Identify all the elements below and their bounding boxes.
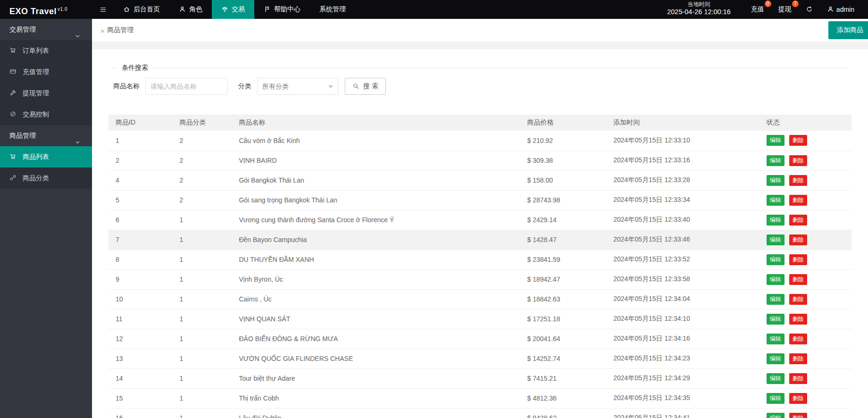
edit-button[interactable]: 编辑	[767, 215, 785, 226]
recharge-link[interactable]: 充值 0	[744, 0, 771, 19]
edit-button[interactable]: 编辑	[767, 353, 785, 364]
edit-button[interactable]: 编辑	[767, 294, 785, 305]
edit-button[interactable]: 编辑	[767, 373, 785, 384]
nav-label: 交易	[232, 5, 245, 14]
content-card: 条件搜索 商品名称 分类 所有分类 搜 索 商品ID 商品	[92, 49, 868, 418]
product-name-input[interactable]	[145, 78, 228, 95]
cell-product-id: 7	[108, 230, 172, 250]
refresh-button[interactable]	[799, 0, 820, 19]
edit-button[interactable]: 编辑	[767, 413, 785, 418]
balance-icon	[221, 6, 228, 13]
local-time-label: 当地时间	[667, 1, 731, 8]
sidebar-item-trade-control[interactable]: 交易控制	[0, 104, 92, 125]
cell-actions: 编辑删除	[760, 250, 851, 269]
sidebar-item-order-list[interactable]: 订单列表	[0, 40, 92, 61]
cell-added-time: 2024年05月15日 12:33:46	[606, 230, 759, 250]
table-row: 121ĐẢO BIỂN ĐÔNG & RỪNG MƯA$ 20041.64202…	[108, 329, 851, 349]
edit-button[interactable]: 编辑	[767, 175, 785, 186]
nav-item-trade[interactable]: 交易	[212, 0, 254, 19]
delete-button[interactable]: 删除	[789, 393, 807, 404]
search-form: 商品名称 分类 所有分类 搜 索	[108, 78, 851, 95]
cell-product-price: $ 18942.47	[520, 269, 607, 289]
add-product-button[interactable]: 添加商品	[828, 21, 868, 39]
cell-actions: 编辑删除	[760, 269, 851, 289]
nav-item-system[interactable]: 系统管理	[310, 0, 355, 19]
edit-button[interactable]: 编辑	[767, 234, 785, 245]
cell-actions: 编辑删除	[760, 210, 851, 230]
edit-button[interactable]: 编辑	[767, 254, 785, 265]
edit-button[interactable]: 编辑	[767, 334, 785, 344]
main-area: » 商品管理 添加商品 条件搜索 商品名称 分类 所有分类 搜 索	[92, 0, 868, 418]
cell-product-category: 2	[172, 131, 232, 150]
sidebar-item-product-list[interactable]: 商品列表	[0, 146, 92, 167]
sidebar-item-label: 商品分类	[23, 174, 49, 182]
cell-product-name: ĐẢO BIỂN ĐÔNG & RỪNG MƯA	[232, 329, 520, 349]
cell-added-time: 2024年05月15日 12:33:34	[606, 190, 759, 210]
delete-button[interactable]: 删除	[789, 373, 807, 384]
cell-product-price: $ 210.92	[520, 131, 607, 150]
edit-button[interactable]: 编辑	[767, 135, 785, 146]
menu-toggle-icon[interactable]	[92, 0, 114, 19]
delete-button[interactable]: 删除	[789, 353, 807, 364]
delete-button[interactable]: 删除	[789, 274, 807, 285]
user-menu[interactable]: admin	[820, 0, 861, 19]
sidebar-group-trade-management[interactable]: 交易管理	[0, 19, 92, 40]
product-table: 商品ID 商品分类 商品名称 商品价格 添加时间 状态 12Cầu vòm ở …	[108, 115, 851, 418]
delete-button[interactable]: 删除	[789, 135, 807, 146]
cell-added-time: 2024年05月15日 12:34:23	[606, 349, 759, 368]
withdraw-link[interactable]: 提现 7	[771, 0, 799, 19]
cell-product-id: 6	[108, 210, 172, 230]
product-name-label: 商品名称	[113, 82, 140, 91]
delete-button[interactable]: 删除	[789, 254, 807, 265]
search-fieldset: 条件搜索	[112, 68, 848, 68]
edit-button[interactable]: 编辑	[767, 314, 785, 325]
cell-product-price: $ 20041.64	[520, 329, 607, 349]
cell-added-time: 2024年05月15日 12:33:28	[606, 170, 759, 190]
cell-product-category: 1	[172, 388, 232, 408]
edit-button[interactable]: 编辑	[767, 274, 785, 285]
delete-button[interactable]: 删除	[789, 294, 807, 305]
sidebar-item-product-category[interactable]: 商品分类	[0, 167, 92, 189]
delete-button[interactable]: 删除	[789, 215, 807, 226]
delete-button[interactable]: 删除	[789, 413, 807, 418]
table-row: 91Vịnh Byron, Úc$ 18942.472024年05月15日 12…	[108, 269, 851, 289]
delete-button[interactable]: 删除	[789, 334, 807, 344]
sidebar-group-product-management[interactable]: 商品管理	[0, 125, 92, 146]
delete-button[interactable]: 删除	[789, 155, 807, 166]
cell-product-price: $ 309.38	[520, 150, 607, 170]
edit-button[interactable]: 编辑	[767, 393, 785, 404]
cell-product-price: $ 23841.59	[520, 250, 607, 269]
cell-actions: 编辑删除	[760, 190, 851, 210]
block-circle-icon	[9, 110, 21, 118]
nav-item-help[interactable]: 帮助中心	[254, 0, 310, 19]
sidebar-item-recharge-management[interactable]: 充值管理	[0, 61, 92, 83]
flag-icon	[264, 6, 271, 13]
sidebar-item-label: 商品管理	[9, 132, 36, 139]
sidebar-item-label: 订单列表	[23, 47, 49, 54]
hammer-icon	[9, 89, 21, 97]
delete-button[interactable]: 删除	[789, 175, 807, 186]
cell-product-price: $ 7415.21	[520, 368, 607, 388]
delete-button[interactable]: 删除	[789, 195, 807, 206]
header-product-id: 商品ID	[108, 115, 172, 131]
withdraw-badge: 7	[792, 0, 799, 7]
header-status: 状态	[760, 115, 851, 131]
cell-actions: 编辑删除	[760, 131, 851, 150]
delete-button[interactable]: 删除	[789, 314, 807, 325]
delete-button[interactable]: 删除	[789, 234, 807, 245]
cell-product-category: 1	[172, 250, 232, 269]
category-select[interactable]: 所有分类	[257, 78, 338, 95]
sidebar-item-label: 交易管理	[9, 25, 36, 33]
search-icon	[352, 83, 359, 90]
edit-button[interactable]: 编辑	[767, 195, 785, 206]
nav-item-home[interactable]: 后台首页	[114, 0, 169, 19]
edit-button[interactable]: 编辑	[767, 155, 785, 166]
search-button[interactable]: 搜 索	[345, 78, 386, 95]
breadcrumb: 商品管理	[107, 26, 134, 34]
nav-item-roles[interactable]: 角色	[169, 0, 212, 19]
sidebar-item-withdraw-management[interactable]: 提现管理	[0, 83, 92, 104]
home-icon	[123, 6, 130, 13]
table-row: 161Lâu đài Dublin$ 9428.622024年05月15日 12…	[108, 408, 851, 418]
cell-product-name: VỊNH BAIRD	[232, 150, 520, 170]
table-header-row: 商品ID 商品分类 商品名称 商品价格 添加时间 状态	[108, 115, 851, 131]
